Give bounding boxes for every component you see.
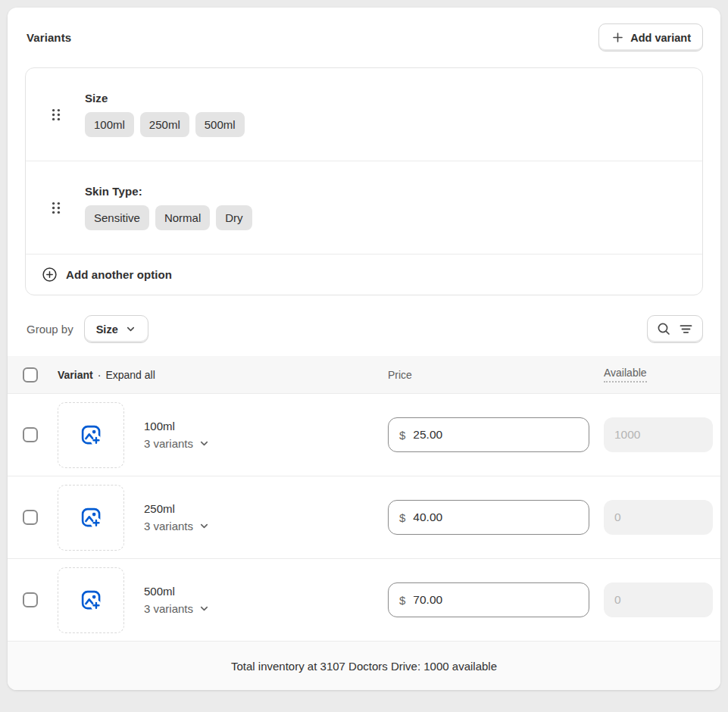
group-by-select[interactable]: Size — [84, 315, 148, 343]
table-row: 500ml 3 variants $ — [8, 559, 720, 642]
option-name[interactable]: Size — [85, 92, 245, 105]
variant-name: 500ml — [144, 585, 388, 598]
option-value-chip: 100ml — [85, 112, 134, 137]
option-row-size: Size 100ml 250ml 500ml — [26, 68, 702, 161]
drag-handle-icon[interactable] — [52, 201, 61, 214]
price-field: $ — [388, 417, 589, 452]
option-name[interactable]: Skin Type: — [85, 185, 252, 198]
group-by-label: Group by — [27, 323, 73, 336]
chevron-down-icon — [198, 438, 210, 449]
option-values: Sensitive Normal Dry — [85, 205, 252, 230]
table-header-row: Variant · Expand all Price Available — [8, 356, 720, 394]
chevron-down-icon — [198, 603, 210, 614]
add-variant-button[interactable]: Add variant — [598, 23, 703, 52]
variant-name-block: 500ml 3 variants — [144, 585, 388, 616]
drag-handle-icon[interactable] — [52, 108, 61, 121]
option-content: Skin Type: Sensitive Normal Dry — [85, 185, 252, 230]
row-checkbox[interactable] — [23, 592, 38, 607]
variant-column-header: Variant · Expand all — [58, 369, 388, 381]
available-column-header: Available — [604, 367, 713, 383]
currency-prefix: $ — [399, 511, 405, 524]
option-value-chip: 500ml — [195, 112, 245, 137]
add-image-icon — [80, 589, 103, 612]
available-input — [604, 417, 713, 452]
table-row: 100ml 3 variants $ — [8, 394, 720, 476]
available-input — [604, 500, 713, 535]
inventory-summary: Total inventory at 3107 Doctors Drive: 1… — [8, 642, 720, 690]
price-input[interactable] — [413, 428, 580, 442]
option-values: 100ml 250ml 500ml — [85, 112, 245, 137]
row-checkbox[interactable] — [23, 510, 38, 525]
add-another-option-label: Add another option — [66, 268, 172, 281]
options-container: Size 100ml 250ml 500ml Skin Type: Sensit… — [25, 67, 703, 295]
row-checkbox[interactable] — [23, 427, 38, 442]
add-image-icon — [80, 423, 103, 447]
select-all-checkbox[interactable] — [23, 367, 38, 383]
variant-name-block: 100ml 3 variants — [144, 420, 388, 451]
option-value-chip: Normal — [155, 205, 210, 230]
inventory-summary-text: Total inventory at 3107 Doctors Drive: 1… — [231, 660, 497, 673]
variant-name: 100ml — [144, 420, 388, 433]
variant-header-label: Variant — [58, 369, 93, 381]
option-content: Size 100ml 250ml 500ml — [85, 92, 245, 137]
variant-name-block: 250ml 3 variants — [144, 502, 388, 533]
add-image-icon — [80, 506, 103, 529]
option-row-skin-type: Skin Type: Sensitive Normal Dry — [26, 161, 702, 255]
variant-expand-toggle[interactable]: 3 variants — [144, 437, 210, 450]
table-row: 250ml 3 variants $ — [8, 476, 720, 559]
chevron-down-icon — [198, 520, 210, 532]
chevron-down-icon — [125, 323, 136, 335]
search-icon — [656, 321, 672, 337]
currency-prefix: $ — [399, 594, 405, 607]
search-and-filter-button[interactable] — [647, 315, 703, 343]
variants-table: Variant · Expand all Price Available 100… — [8, 356, 720, 690]
header-separator: · — [98, 369, 102, 381]
page-title: Variants — [27, 31, 71, 44]
circle-plus-icon — [42, 267, 58, 283]
add-variant-label: Add variant — [630, 32, 691, 44]
option-value-chip: Dry — [216, 205, 252, 230]
option-value-chip: Sensitive — [85, 205, 149, 230]
plus-icon — [611, 30, 625, 45]
available-input — [604, 582, 713, 617]
add-image-dropzone[interactable] — [58, 485, 124, 551]
add-image-dropzone[interactable] — [58, 402, 124, 468]
price-input[interactable] — [413, 593, 580, 607]
variant-name: 250ml — [144, 502, 388, 515]
variant-expand-toggle[interactable]: 3 variants — [144, 602, 210, 615]
price-input[interactable] — [413, 511, 580, 524]
currency-prefix: $ — [399, 429, 405, 442]
expand-all-button[interactable]: Expand all — [105, 369, 155, 381]
card-header: Variants Add variant — [8, 8, 720, 67]
add-another-option-button[interactable]: Add another option — [26, 255, 702, 295]
group-by-selected-value: Size — [96, 323, 118, 336]
add-image-dropzone[interactable] — [58, 567, 124, 633]
price-field: $ — [388, 582, 589, 617]
filter-icon — [678, 321, 694, 337]
variant-expand-toggle[interactable]: 3 variants — [144, 520, 210, 532]
variants-card: Variants Add variant Size 100ml 250ml 50… — [8, 8, 720, 690]
toolbar: Group by Size — [8, 295, 720, 356]
price-field: $ — [388, 500, 589, 535]
price-column-header: Price — [388, 369, 589, 381]
option-value-chip: 250ml — [140, 112, 189, 137]
